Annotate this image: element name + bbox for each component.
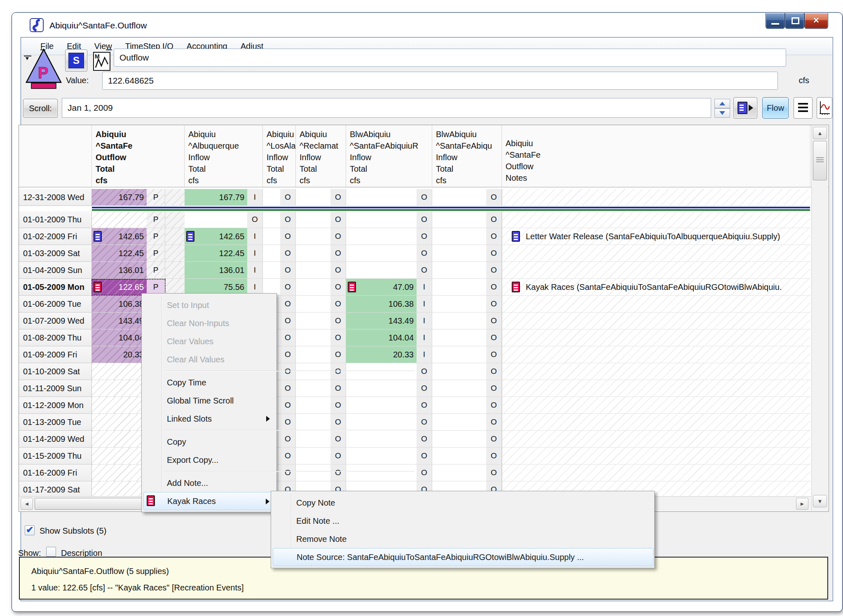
value-cell-col5[interactable] <box>346 228 417 245</box>
notes-cell[interactable] <box>502 363 810 380</box>
value-cell-col5[interactable] <box>346 211 417 228</box>
value-cell-col5[interactable] <box>346 245 417 262</box>
flag-cell-col5[interactable]: I <box>417 313 432 329</box>
value-cell-col6[interactable] <box>432 363 486 380</box>
vscroll-down-button[interactable]: ▼ <box>813 495 827 507</box>
value-cell-col4[interactable] <box>296 313 330 329</box>
value-cell-col1[interactable] <box>92 481 147 497</box>
value-cell-col4[interactable] <box>296 211 330 228</box>
value-cell-col1[interactable] <box>92 464 147 481</box>
flag-cell-col3[interactable]: O <box>280 228 296 245</box>
column-header-abiquiu-santafe[interactable]: Abiquiu ^SantaFe Outflow Notes <box>502 125 810 187</box>
flag-cell-col4[interactable]: O <box>330 245 346 262</box>
flag-cell-col6[interactable]: O <box>486 448 502 464</box>
value-cell-col4[interactable] <box>296 279 330 296</box>
flag-cell-col4[interactable]: O <box>330 397 346 414</box>
notes-cell[interactable] <box>502 346 810 363</box>
notes-cell[interactable] <box>502 189 810 206</box>
flag-cell-col2[interactable]: I <box>247 262 263 279</box>
value-cell-col2[interactable]: 136.01 <box>185 262 247 279</box>
notes-menu-button[interactable] <box>733 97 757 119</box>
value-cell-col5[interactable] <box>346 189 417 206</box>
value-cell-col1[interactable]: 20.33 <box>92 346 147 363</box>
notes-cell[interactable] <box>502 313 810 329</box>
value-cell-col1[interactable]: 136.01 <box>92 262 147 279</box>
flag-cell-col2[interactable]: I <box>247 228 263 245</box>
spinner-down-button[interactable] <box>714 108 730 118</box>
flag-cell-col5[interactable]: O <box>417 245 432 262</box>
date-spinner[interactable] <box>714 99 730 118</box>
row-date[interactable]: 01-13-2009 Tue <box>19 414 92 431</box>
value-cell-col1[interactable] <box>92 363 147 380</box>
value-cell-col4[interactable] <box>296 448 330 464</box>
row-date[interactable]: 01-07-2009 Wed <box>19 313 92 329</box>
flag-cell-col5[interactable]: I <box>417 296 432 313</box>
flag-cell-col6[interactable]: O <box>486 296 502 313</box>
flag-cell-col4[interactable]: O <box>330 464 346 481</box>
flag-cell-col3[interactable]: O <box>280 448 296 464</box>
context-menu-item-export-copy[interactable]: Export Copy... <box>143 451 276 469</box>
show-subslots-checkbox[interactable] <box>25 525 35 535</box>
flag-cell-col4[interactable]: O <box>330 313 346 329</box>
value-cell-col1[interactable]: 122.45 <box>92 245 147 262</box>
value-cell-col4[interactable] <box>296 189 330 206</box>
plot-view-button[interactable] <box>817 97 832 119</box>
value-cell-col1[interactable] <box>92 211 147 228</box>
minimize-button[interactable] <box>766 13 785 29</box>
value-cell-col5[interactable] <box>346 397 417 414</box>
flag-cell-col5[interactable]: O <box>417 448 432 464</box>
description-checkbox[interactable] <box>46 547 56 557</box>
row-date[interactable]: 01-14-2009 Wed <box>19 431 92 448</box>
flag-cell-col3[interactable]: O <box>280 313 296 329</box>
value-cell-col3[interactable] <box>263 262 280 279</box>
value-cell-col4[interactable] <box>296 380 330 397</box>
flag-cell-col1[interactable]: P <box>147 262 165 279</box>
value-field[interactable]: 122.648625 <box>102 72 778 90</box>
row-date[interactable]: 01-17-2009 Sat <box>19 481 92 497</box>
flag-cell-col5[interactable]: I <box>417 329 432 346</box>
flag-cell-col4[interactable]: O <box>330 262 346 279</box>
flag-cell-col6[interactable]: O <box>486 245 502 262</box>
flag-cell-col5[interactable]: O <box>417 262 432 279</box>
hscroll-right-button[interactable]: ► <box>796 498 808 510</box>
flag-cell-col6[interactable]: O <box>486 397 502 414</box>
value-cell-col4[interactable] <box>296 262 330 279</box>
value-cell-col5[interactable] <box>346 464 417 481</box>
flag-cell-col1[interactable]: P <box>147 228 165 245</box>
column-header-abiquiu-reclamat[interactable]: Abiquiu ^Reclamat Inflow Total cfs <box>296 125 346 187</box>
flag-cell-col5[interactable]: O <box>417 363 432 380</box>
flag-cell-col4[interactable]: O <box>330 346 346 363</box>
flag-cell-col1[interactable]: P <box>147 245 165 262</box>
value-cell-col4[interactable] <box>296 228 330 245</box>
value-cell-col3[interactable] <box>263 189 280 206</box>
column-header-abiquiu-santafe[interactable]: Abiquiu ^SantaFe Outflow Total cfs <box>92 125 185 187</box>
flag-cell-col3[interactable]: O <box>280 329 296 346</box>
flag-cell-col6[interactable]: O <box>486 464 502 481</box>
value-cell-col5[interactable]: 47.09 <box>346 279 417 296</box>
flag-cell-col6[interactable]: O <box>486 262 502 279</box>
flag-cell-col6[interactable]: O <box>486 431 502 448</box>
flag-cell-col4[interactable]: O <box>330 211 346 228</box>
value-cell-col5[interactable] <box>346 448 417 464</box>
flag-cell-col4[interactable]: O <box>330 296 346 313</box>
value-cell-col6[interactable] <box>432 313 486 329</box>
value-cell-col5[interactable]: 143.49 <box>346 313 417 329</box>
flag-cell-col4[interactable]: O <box>330 448 346 464</box>
value-cell-col1[interactable]: 167.79 <box>92 189 147 206</box>
value-cell-col2[interactable]: 122.45 <box>185 245 247 262</box>
notes-cell[interactable] <box>502 397 810 414</box>
flag-cell-col1[interactable]: P <box>147 189 165 206</box>
list-view-button[interactable] <box>794 97 813 119</box>
flag-cell-col6[interactable]: O <box>486 313 502 329</box>
context-menu-item-copy[interactable]: Copy <box>143 433 276 451</box>
flag-cell-col3[interactable]: O <box>280 296 296 313</box>
flag-cell-col5[interactable]: O <box>417 464 432 481</box>
flag-cell-col4[interactable]: O <box>330 279 346 296</box>
notes-cell[interactable] <box>502 431 810 448</box>
value-cell-col4[interactable] <box>296 363 330 380</box>
vscroll-up-button[interactable]: ▲ <box>813 127 827 139</box>
flag-cell-col4[interactable]: O <box>330 228 346 245</box>
value-cell-col6[interactable] <box>432 211 486 228</box>
context-menu-item-global-time-scroll[interactable]: Global Time Scroll <box>143 392 276 410</box>
flag-cell-col3[interactable]: O <box>280 431 296 448</box>
